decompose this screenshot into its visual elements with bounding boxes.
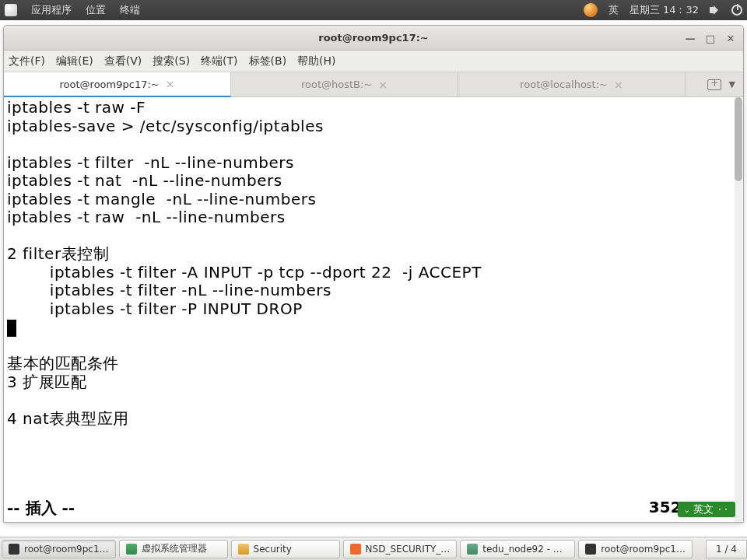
folder-icon <box>238 544 249 555</box>
taskbar-item-label: Security <box>254 544 292 555</box>
tab-label: root@localhost:~ <box>520 79 608 90</box>
menu-file[interactable]: 文件(F) <box>9 54 45 68</box>
terminal-viewport[interactable]: iptables -t raw -F iptables-save > /etc/… <box>4 97 743 522</box>
menu-edit[interactable]: 编辑(E) <box>56 54 93 68</box>
notification-icon[interactable] <box>584 3 598 17</box>
gnome-logo-icon <box>5 4 17 16</box>
virt-manager-icon <box>126 544 137 555</box>
vim-mode: -- 插入 -- <box>7 498 75 519</box>
taskbar-item-label: root@room9pc1… <box>601 544 686 555</box>
window-close-button[interactable]: ✕ <box>723 30 738 46</box>
tab-close-icon[interactable]: × <box>614 79 623 91</box>
workspace-indicator[interactable]: 1 / 4 <box>706 540 747 558</box>
window-minimize-button[interactable]: — <box>682 30 698 46</box>
tab-hostb[interactable]: root@hostB:~ × <box>231 72 458 96</box>
tab-room9pc17[interactable]: root@room9pc17:~ × <box>4 72 231 97</box>
panel-menu-applications[interactable]: 应用程序 <box>31 3 72 17</box>
terminal-text-upper: iptables -t raw -F iptables-save > /etc/… <box>7 98 482 318</box>
taskbar-item-virt-manager[interactable]: 虚拟系统管理器 <box>119 540 228 558</box>
tab-localhost[interactable]: root@localhost:~ × <box>458 72 686 96</box>
taskbar-item-label: 虚拟系统管理器 <box>142 542 207 555</box>
terminal-text-lower: 基本的匹配条件 3 扩展匹配 4 nat表典型应用 <box>7 354 129 428</box>
menu-terminal[interactable]: 终端(T) <box>201 54 237 68</box>
terminal-window: root@room9pc17:~ — □ ✕ 文件(F) 编辑(E) 查看(V)… <box>3 25 744 523</box>
tab-label: root@room9pc17:~ <box>60 79 160 90</box>
wps-icon <box>350 544 361 555</box>
taskbar-item-label: root@room9pc1… <box>24 544 109 555</box>
bottom-taskbar: root@room9pc1… 虚拟系统管理器 Security NSD_SECU… <box>0 537 747 560</box>
tab-label: root@hostB:~ <box>301 79 372 90</box>
taskbar-item-security-folder[interactable]: Security <box>231 540 340 558</box>
ime-dots-icon: ᛫᛫ <box>717 504 729 516</box>
tab-close-icon[interactable]: × <box>166 78 175 90</box>
system-top-panel: 应用程序 位置 终端 英 星期三 14：32 <box>0 0 747 20</box>
power-icon[interactable] <box>731 5 742 16</box>
window-title: root@room9pc17:~ <box>318 32 429 44</box>
terminal-content[interactable]: iptables -t raw -F iptables-save > /etc/… <box>4 97 743 466</box>
taskbar-item-wps[interactable]: NSD_SECURITY_… <box>343 540 458 558</box>
qemu-icon <box>467 544 478 555</box>
vim-status-line: -- 插入 -- 3528,1 <box>4 498 743 522</box>
tab-close-icon[interactable]: × <box>378 79 388 91</box>
menu-search[interactable]: 搜索(S) <box>153 54 190 68</box>
taskbar-item-terminal-1[interactable]: root@room9pc1… <box>2 540 116 558</box>
taskbar-item-qemu[interactable]: tedu_node92 - Q… <box>460 540 575 558</box>
clock[interactable]: 星期三 14：32 <box>630 3 699 17</box>
taskbar-item-label: tedu_node92 - Q… <box>482 544 568 555</box>
menubar: 文件(F) 编辑(E) 查看(V) 搜索(S) 终端(T) 标签(B) 帮助(H… <box>4 51 743 72</box>
taskbar-item-terminal-2[interactable]: root@room9pc1… <box>578 540 693 558</box>
scrollbar-thumb[interactable] <box>735 97 742 181</box>
ime-label: 英文 <box>693 502 714 516</box>
taskbar-item-label: NSD_SECURITY_… <box>366 544 451 555</box>
panel-menu-places[interactable]: 位置 <box>86 3 106 17</box>
terminal-icon <box>585 544 596 555</box>
menu-tabs[interactable]: 标签(B) <box>249 54 287 68</box>
window-titlebar[interactable]: root@room9pc17:~ — □ ✕ <box>4 26 743 51</box>
menu-help[interactable]: 帮助(H) <box>297 54 335 68</box>
menu-view[interactable]: 查看(V) <box>104 54 142 68</box>
chevron-down-icon: ⌄ <box>684 506 690 514</box>
terminal-icon <box>9 544 19 555</box>
volume-icon[interactable] <box>710 5 721 15</box>
cursor <box>7 320 16 337</box>
tab-bar: root@room9pc17:~ × root@hostB:~ × root@l… <box>4 72 743 97</box>
tab-dropdown-icon[interactable]: ▼ <box>729 79 735 89</box>
ime-badge[interactable]: ⌄ 英文 ᛫᛫ <box>678 502 735 517</box>
new-tab-icon[interactable] <box>707 79 721 90</box>
panel-menu-terminal[interactable]: 终端 <box>120 3 140 17</box>
input-method-indicator[interactable]: 英 <box>608 3 619 17</box>
window-maximize-button[interactable]: □ <box>703 30 718 46</box>
